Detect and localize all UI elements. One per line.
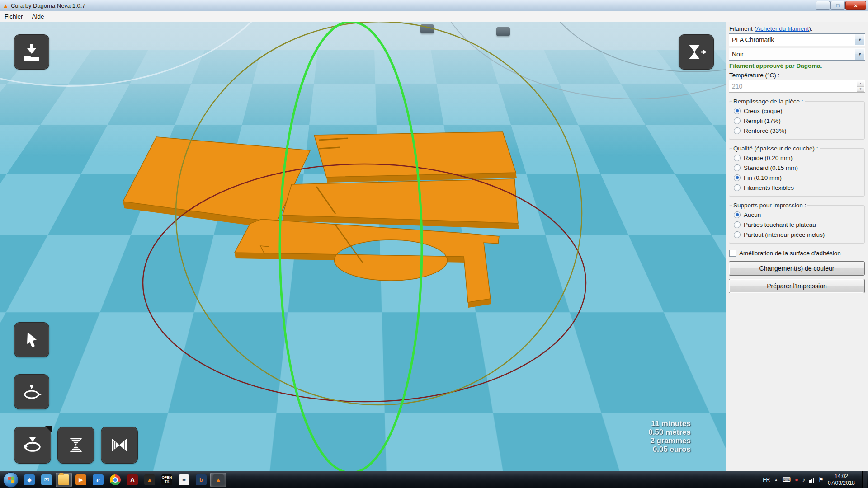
radio-icon [734,211,741,218]
radio-creux-coque[interactable]: Creux (coque) [732,106,862,116]
spool-arrow-icon [685,41,707,63]
radio-icon [734,164,741,171]
pointer-tool-button[interactable] [14,322,49,357]
taskbar-icon-opentx[interactable]: OPEN TX [159,473,175,487]
radio-icon [734,127,741,134]
adobe-icon: A [127,474,138,485]
chevron-down-icon: ▼ [855,34,864,45]
spin-down-icon[interactable]: ▼ [857,86,864,92]
taskbar-icon-adobe-reader[interactable]: A [124,473,141,487]
network-icon[interactable] [809,477,814,483]
lay-flat-icon [21,381,42,403]
window-title: Cura by Dagoma Neva 1.0.7 [11,2,85,9]
radio-rempli-17[interactable]: Rempli (17%) [732,116,862,126]
temperature-input[interactable]: 210 ▲ ▼ [729,80,865,93]
taskbar-icon-notepad[interactable]: ≡ [176,473,192,487]
minimize-button[interactable]: – [816,1,830,10]
tool-selected-indicator [45,426,52,432]
ie-icon: e [93,474,104,485]
viewport-3d[interactable]: 11 minutes 0.50 mètres 2 grammes 0.05 eu… [0,22,726,471]
taskbar-icon-app-blue[interactable]: ◆ [21,473,38,487]
filament-type-select[interactable]: PLA Chromatik ▼ [729,33,865,46]
fill-group: Remplissage de la pièce : Creux (coque) … [729,98,865,140]
supports-group: Supports pour impression : Aucun Parties… [729,202,865,244]
quality-group-title: Qualité (épaisseur de couche) : [732,145,820,152]
radio-standard-015[interactable]: Standard (0.15 mm) [732,163,862,173]
prepare-print-button[interactable]: Préparer l'Impression [729,279,865,293]
action-center-icon[interactable]: ⚑ [818,476,824,483]
radio-icon [734,108,741,114]
filament-length: 0.50 mètres [648,428,691,436]
taskbar-icon-cura-dagoma[interactable]: ▲ [210,473,226,487]
radio-partout[interactable]: Partout (intérieur pièce inclus) [732,230,862,239]
spin-up-icon[interactable]: ▲ [857,81,864,86]
radio-aucun[interactable]: Aucun [732,210,862,220]
filament-label: Filament (Acheter du filament): [729,25,865,32]
model-scene [0,22,726,471]
model-part-middle-plate[interactable] [283,179,518,223]
load-file-button[interactable] [14,34,49,70]
rotate-tool-button[interactable] [14,427,51,464]
radio-renforce-33[interactable]: Renforcé (33%) [732,126,862,136]
fill-group-title: Remplissage de la pièce : [732,98,805,105]
close-button[interactable]: × [845,1,866,10]
scale-tool-button[interactable] [57,427,94,464]
color-change-button[interactable]: Changement(s) de couleur [729,261,865,276]
buy-filament-link[interactable]: Acheter du filament [756,25,809,32]
save-gcode-button[interactable] [679,34,714,70]
language-indicator[interactable]: FR [763,477,770,483]
taskbar-icon-mail[interactable]: ✉ [38,473,55,487]
load-file-icon [21,41,42,63]
taskbar-icon-blender[interactable]: b [193,473,209,487]
taskbar-icon-explorer[interactable] [56,473,72,487]
taskbar: ◆ ✉ ▶ e A ▲ OPEN TX ≡ b [0,471,868,488]
lay-flat-button[interactable] [14,374,49,409]
taskbar-icon-dagoma[interactable]: ▲ [142,473,158,487]
mirror-tool-button[interactable] [101,427,138,464]
app-blue-icon: ◆ [24,474,35,485]
maximize-button[interactable]: □ [830,1,845,10]
titlebar: ▲ Cura by Dagoma Neva 1.0.7 – □ × [0,0,868,11]
radio-icon [734,117,741,124]
volume-icon[interactable]: ♪ [802,476,806,483]
mirror-icon [108,434,130,456]
chrome-icon [110,474,121,485]
rotate-icon [22,434,43,456]
temperature-label: Température (°C) : [729,72,865,79]
folder-icon [58,474,69,485]
radio-parties-touchant[interactable]: Parties touchant le plateau [732,220,862,230]
system-tray: FR ▲ ⌨ ● ♪ ⚑ 14:02 07/03/2018 [763,471,867,488]
menu-fichier[interactable]: Fichier [0,11,28,22]
taskbar-icon-chrome[interactable] [107,473,123,487]
filament-color-select[interactable]: Noir ▼ [729,48,865,61]
cura-dagoma-icon: ▲ [213,474,224,485]
start-button[interactable] [3,472,19,488]
radio-icon [734,221,741,228]
dagoma-triangle-icon: ▲ [144,474,155,485]
radio-fin-010[interactable]: Fin (0.10 mm) [732,173,862,183]
radio-filaments-flexibles[interactable]: Filaments flexibles [732,183,862,192]
radio-rapide-020[interactable]: Rapide (0.20 mm) [732,153,862,163]
tray-expand-icon[interactable]: ▲ [774,478,778,482]
clock-time: 14:02 [835,473,848,480]
show-desktop-button[interactable] [862,471,867,488]
quality-group: Qualité (épaisseur de couche) : Rapide (… [729,145,865,197]
taskbar-icon-internet-explorer[interactable]: e [90,473,106,487]
print-estimates: 11 minutes 0.50 mètres 2 grammes 0.05 eu… [648,419,691,454]
filament-weight: 2 grammes [648,436,691,445]
keyboard-icon[interactable]: ⌨ [782,476,791,483]
temperature-spinner[interactable]: ▲ ▼ [857,81,864,92]
blender-icon: b [196,474,207,485]
clock[interactable]: 14:02 07/03/2018 [828,473,855,487]
radio-icon [734,184,741,191]
checkbox-icon [729,250,736,257]
supports-group-title: Supports pour impression : [732,202,807,209]
pointer-icon [21,329,42,351]
print-time: 11 minutes [648,419,691,428]
radio-icon [734,231,741,238]
taskbar-icon-media-player[interactable]: ▶ [73,473,89,487]
adhesion-checkbox[interactable]: Amélioration de la surface d'adhésion [729,250,865,257]
menu-aide[interactable]: Aide [28,11,49,22]
scale-icon [65,434,87,456]
status-icon[interactable]: ● [795,476,798,483]
